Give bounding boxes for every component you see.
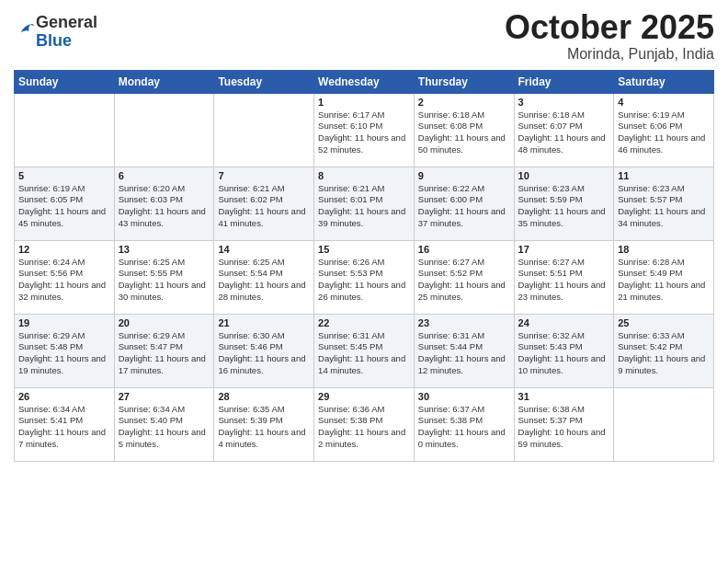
logo-blue-text: Blue xyxy=(36,31,72,50)
day-info: Sunrise: 6:34 AM Sunset: 5:41 PM Dayligh… xyxy=(18,404,110,451)
table-row xyxy=(214,93,314,167)
col-friday: Friday xyxy=(514,70,614,93)
day-info: Sunrise: 6:18 AM Sunset: 6:08 PM Dayligh… xyxy=(418,109,510,156)
month-title: October 2025 xyxy=(505,9,714,46)
table-row: 30Sunrise: 6:37 AM Sunset: 5:38 PM Dayli… xyxy=(414,387,514,461)
table-row xyxy=(15,93,115,167)
day-info: Sunrise: 6:35 AM Sunset: 5:39 PM Dayligh… xyxy=(218,404,310,451)
calendar-week-1: 5Sunrise: 6:19 AM Sunset: 6:05 PM Daylig… xyxy=(15,167,714,240)
day-info: Sunrise: 6:23 AM Sunset: 5:57 PM Dayligh… xyxy=(618,183,710,230)
day-info: Sunrise: 6:18 AM Sunset: 6:07 PM Dayligh… xyxy=(518,109,610,156)
day-number: 10 xyxy=(518,170,610,181)
day-number: 29 xyxy=(318,391,410,402)
day-info: Sunrise: 6:21 AM Sunset: 6:01 PM Dayligh… xyxy=(318,183,410,230)
day-number: 16 xyxy=(418,244,510,255)
table-row: 31Sunrise: 6:38 AM Sunset: 5:37 PM Dayli… xyxy=(514,387,614,461)
day-number: 7 xyxy=(218,170,310,181)
table-row: 11Sunrise: 6:23 AM Sunset: 5:57 PM Dayli… xyxy=(614,167,714,240)
day-number: 6 xyxy=(119,170,210,181)
table-row: 27Sunrise: 6:34 AM Sunset: 5:40 PM Dayli… xyxy=(114,387,214,461)
table-row: 28Sunrise: 6:35 AM Sunset: 5:39 PM Dayli… xyxy=(214,387,314,461)
day-number: 13 xyxy=(119,244,210,255)
day-info: Sunrise: 6:29 AM Sunset: 5:48 PM Dayligh… xyxy=(18,330,110,377)
day-info: Sunrise: 6:29 AM Sunset: 5:47 PM Dayligh… xyxy=(119,330,210,377)
day-info: Sunrise: 6:20 AM Sunset: 6:03 PM Dayligh… xyxy=(119,183,210,230)
day-number: 28 xyxy=(218,391,310,402)
table-row: 10Sunrise: 6:23 AM Sunset: 5:59 PM Dayli… xyxy=(514,167,614,240)
day-number: 22 xyxy=(318,317,410,328)
table-row: 21Sunrise: 6:30 AM Sunset: 5:46 PM Dayli… xyxy=(214,314,314,387)
day-info: Sunrise: 6:31 AM Sunset: 5:44 PM Dayligh… xyxy=(418,330,510,377)
day-info: Sunrise: 6:36 AM Sunset: 5:38 PM Dayligh… xyxy=(318,404,410,451)
calendar-week-3: 19Sunrise: 6:29 AM Sunset: 5:48 PM Dayli… xyxy=(15,314,714,387)
calendar-week-0: 1Sunrise: 6:17 AM Sunset: 6:10 PM Daylig… xyxy=(15,93,714,167)
day-number: 20 xyxy=(119,317,210,328)
day-number: 19 xyxy=(18,317,110,328)
table-row: 4Sunrise: 6:19 AM Sunset: 6:06 PM Daylig… xyxy=(614,93,714,167)
day-info: Sunrise: 6:28 AM Sunset: 5:49 PM Dayligh… xyxy=(618,257,710,304)
table-row: 13Sunrise: 6:25 AM Sunset: 5:55 PM Dayli… xyxy=(114,240,214,314)
title-block: October 2025 Morinda, Punjab, India xyxy=(505,9,714,63)
day-number: 18 xyxy=(618,244,710,255)
table-row: 5Sunrise: 6:19 AM Sunset: 6:05 PM Daylig… xyxy=(15,167,115,240)
day-info: Sunrise: 6:33 AM Sunset: 5:42 PM Dayligh… xyxy=(618,330,710,377)
col-tuesday: Tuesday xyxy=(214,70,314,93)
day-number: 21 xyxy=(218,317,310,328)
day-number: 27 xyxy=(119,391,210,402)
table-row: 18Sunrise: 6:28 AM Sunset: 5:49 PM Dayli… xyxy=(614,240,714,314)
day-info: Sunrise: 6:21 AM Sunset: 6:02 PM Dayligh… xyxy=(218,183,310,230)
table-row: 1Sunrise: 6:17 AM Sunset: 6:10 PM Daylig… xyxy=(314,93,415,167)
table-row: 6Sunrise: 6:20 AM Sunset: 6:03 PM Daylig… xyxy=(114,167,214,240)
day-info: Sunrise: 6:31 AM Sunset: 5:45 PM Dayligh… xyxy=(318,330,410,377)
day-number: 1 xyxy=(318,97,410,108)
day-number: 2 xyxy=(418,97,510,108)
calendar-week-2: 12Sunrise: 6:24 AM Sunset: 5:56 PM Dayli… xyxy=(15,240,714,314)
day-number: 26 xyxy=(18,391,110,402)
day-info: Sunrise: 6:37 AM Sunset: 5:38 PM Dayligh… xyxy=(418,404,510,451)
table-row: 20Sunrise: 6:29 AM Sunset: 5:47 PM Dayli… xyxy=(114,314,214,387)
day-number: 17 xyxy=(518,244,610,255)
col-sunday: Sunday xyxy=(15,70,115,93)
calendar-week-4: 26Sunrise: 6:34 AM Sunset: 5:41 PM Dayli… xyxy=(15,387,714,461)
table-row xyxy=(614,387,714,461)
table-row: 2Sunrise: 6:18 AM Sunset: 6:08 PM Daylig… xyxy=(414,93,514,167)
table-row xyxy=(114,93,214,167)
day-info: Sunrise: 6:22 AM Sunset: 6:00 PM Dayligh… xyxy=(418,183,510,230)
day-number: 30 xyxy=(418,391,510,402)
day-number: 12 xyxy=(18,244,110,255)
day-number: 8 xyxy=(318,170,410,181)
day-number: 15 xyxy=(318,244,410,255)
day-info: Sunrise: 6:27 AM Sunset: 5:51 PM Dayligh… xyxy=(518,257,610,304)
col-thursday: Thursday xyxy=(414,70,514,93)
day-info: Sunrise: 6:19 AM Sunset: 6:05 PM Dayligh… xyxy=(18,183,110,230)
day-info: Sunrise: 6:27 AM Sunset: 5:52 PM Dayligh… xyxy=(418,257,510,304)
table-row: 3Sunrise: 6:18 AM Sunset: 6:07 PM Daylig… xyxy=(514,93,614,167)
day-number: 11 xyxy=(618,170,710,181)
calendar-table: Sunday Monday Tuesday Wednesday Thursday… xyxy=(14,70,714,462)
day-info: Sunrise: 6:34 AM Sunset: 5:40 PM Dayligh… xyxy=(119,404,210,451)
day-number: 14 xyxy=(218,244,310,255)
table-row: 16Sunrise: 6:27 AM Sunset: 5:52 PM Dayli… xyxy=(414,240,514,314)
table-row: 19Sunrise: 6:29 AM Sunset: 5:48 PM Dayli… xyxy=(15,314,115,387)
day-info: Sunrise: 6:38 AM Sunset: 5:37 PM Dayligh… xyxy=(518,404,610,451)
day-info: Sunrise: 6:30 AM Sunset: 5:46 PM Dayligh… xyxy=(218,330,310,377)
table-row: 15Sunrise: 6:26 AM Sunset: 5:53 PM Dayli… xyxy=(314,240,415,314)
table-row: 17Sunrise: 6:27 AM Sunset: 5:51 PM Dayli… xyxy=(514,240,614,314)
table-row: 29Sunrise: 6:36 AM Sunset: 5:38 PM Dayli… xyxy=(314,387,415,461)
logo-general-text: General xyxy=(36,13,97,31)
table-row: 23Sunrise: 6:31 AM Sunset: 5:44 PM Dayli… xyxy=(414,314,514,387)
day-number: 25 xyxy=(618,317,710,328)
day-number: 5 xyxy=(18,170,110,181)
day-number: 31 xyxy=(518,391,610,402)
day-info: Sunrise: 6:19 AM Sunset: 6:06 PM Dayligh… xyxy=(618,109,710,156)
col-monday: Monday xyxy=(114,70,214,93)
logo-bird-icon xyxy=(16,20,36,40)
page-container: General Blue October 2025 Morinda, Punja… xyxy=(0,0,728,466)
table-row: 24Sunrise: 6:32 AM Sunset: 5:43 PM Dayli… xyxy=(514,314,614,387)
day-info: Sunrise: 6:25 AM Sunset: 5:55 PM Dayligh… xyxy=(119,257,210,304)
day-number: 24 xyxy=(518,317,610,328)
table-row: 26Sunrise: 6:34 AM Sunset: 5:41 PM Dayli… xyxy=(15,387,115,461)
table-row: 9Sunrise: 6:22 AM Sunset: 6:00 PM Daylig… xyxy=(414,167,514,240)
day-number: 3 xyxy=(518,97,610,108)
header: General Blue October 2025 Morinda, Punja… xyxy=(14,9,714,63)
